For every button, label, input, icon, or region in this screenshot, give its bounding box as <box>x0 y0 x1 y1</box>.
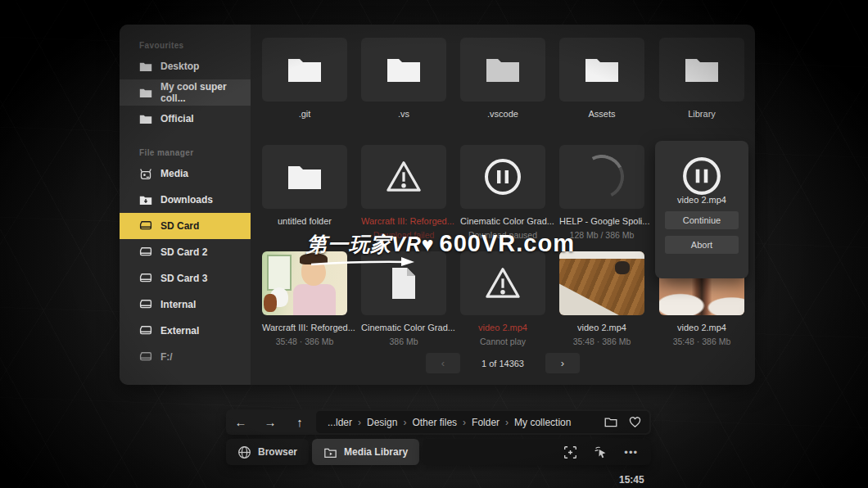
sidebar-item-media[interactable]: Media <box>120 160 251 187</box>
navigation-bar: ← → ↑ ...lder › Design › Other files › F… <box>226 409 651 435</box>
breadcrumb: ...lder › Design › Other files › Folder … <box>316 411 649 433</box>
document-icon <box>389 266 418 300</box>
file-tile-warcraft-failed[interactable]: Warcraft III: Reforged... Download faile… <box>361 145 446 240</box>
breadcrumb-segment[interactable]: Folder <box>472 417 500 428</box>
recenter-button[interactable] <box>563 445 577 459</box>
arrow-left-icon: ← <box>235 415 247 429</box>
chevron-left-icon: ‹ <box>441 357 445 369</box>
breadcrumb-separator: › <box>505 417 509 428</box>
more-options-button[interactable]: ••• <box>624 447 638 458</box>
breadcrumb-segment[interactable]: Design <box>367 417 397 428</box>
prev-page-button[interactable]: ‹ <box>426 353 460 373</box>
pause-icon <box>681 156 722 197</box>
warning-icon <box>484 266 522 300</box>
pause-icon <box>483 157 522 197</box>
pagination: ‹ 1 of 14363 › <box>251 353 755 373</box>
pointer-icon <box>594 445 608 459</box>
heart-icon <box>629 417 641 428</box>
sidebar-item-my-cool-super-collection[interactable]: My cool super coll... <box>120 79 251 106</box>
folder-icon <box>584 56 620 84</box>
vr-screen: Favourites Desktop My cool super coll...… <box>0 0 868 488</box>
breadcrumb-segment[interactable]: ...lder <box>328 417 352 428</box>
folder-outline-icon <box>604 417 617 427</box>
drive-icon <box>139 351 152 363</box>
thumbnail-wood-floor <box>559 251 644 315</box>
favourite-button[interactable] <box>629 417 641 428</box>
file-tile-git[interactable]: .git <box>262 38 347 119</box>
sidebar: Favourites Desktop My cool super coll...… <box>120 25 251 385</box>
media-library-icon <box>323 446 337 459</box>
sidebar-item-external[interactable]: External <box>120 318 251 344</box>
arrow-up-icon: ↑ <box>296 415 303 429</box>
back-button[interactable]: ← <box>226 415 255 429</box>
breadcrumb-separator: › <box>463 417 466 428</box>
sidebar-item-sd-card[interactable]: SD Card <box>120 213 251 239</box>
folder-icon <box>139 114 152 124</box>
tab-bar-actions: ••• <box>423 439 651 465</box>
breadcrumb-segment[interactable]: Other files <box>412 417 457 428</box>
chevron-right-icon: › <box>561 357 564 369</box>
sidebar-item-f-drive[interactable]: F:/ <box>120 344 251 370</box>
thumbnail-cartoon <box>262 251 347 315</box>
drive-icon <box>139 220 152 232</box>
arrow-right-icon: → <box>264 415 277 429</box>
drive-icon <box>139 273 152 284</box>
forward-button[interactable]: → <box>255 415 285 429</box>
drive-icon <box>139 246 152 258</box>
file-tile-cinematic-file[interactable]: Cinematic Color Grad... 386 Mb <box>361 251 446 346</box>
folder-icon <box>684 56 720 84</box>
drive-icon <box>139 299 152 310</box>
breadcrumb-segment[interactable]: My collection <box>514 417 571 428</box>
file-tile-help-downloading[interactable]: HELP - Google Spoli... 128 Mb / 386 Mb <box>559 145 644 240</box>
downloads-folder-icon <box>139 195 152 206</box>
file-tile-assets[interactable]: Assets <box>559 38 644 119</box>
file-tile-warcraft-video[interactable]: Warcraft III: Reforged... 35:48 · 386 Mb <box>262 251 347 346</box>
new-folder-button[interactable] <box>604 417 617 427</box>
up-button[interactable]: ↑ <box>285 415 314 429</box>
pointer-button[interactable] <box>594 445 608 459</box>
abort-button[interactable]: Abort <box>665 236 739 254</box>
loading-spinner-icon <box>574 149 630 205</box>
folder-icon <box>139 61 152 72</box>
page-indicator: 1 of 14363 <box>481 359 524 368</box>
breadcrumb-separator: › <box>403 417 406 428</box>
folder-icon <box>287 163 323 191</box>
breadcrumb-separator: › <box>358 417 361 428</box>
sidebar-item-sd-card-2[interactable]: SD Card 2 <box>120 239 251 265</box>
drive-icon <box>139 325 152 337</box>
sidebar-item-internal[interactable]: Internal <box>120 291 251 318</box>
tab-browser[interactable]: Browser <box>226 439 309 465</box>
sidebar-section-file-manager: File manager <box>139 148 251 157</box>
file-manager-panel: Favourites Desktop My cool super coll...… <box>120 25 755 385</box>
tab-media-library[interactable]: Media Library <box>312 439 419 465</box>
next-page-button[interactable]: › <box>545 353 580 373</box>
clock: 15:45 <box>619 474 644 486</box>
sidebar-item-downloads[interactable]: Downloads <box>120 187 251 213</box>
file-tile-library[interactable]: Library <box>659 38 744 119</box>
sidebar-item-desktop[interactable]: Desktop <box>120 53 251 79</box>
file-tile-vs[interactable]: .vs <box>361 38 446 119</box>
file-tile-video2-wood[interactable]: video 2.mp4 35:48 · 386 Mb <box>559 251 644 346</box>
sidebar-item-official[interactable]: Official <box>120 106 251 132</box>
file-tile-video2-cannot-play[interactable]: video 2.mp4 Cannot play <box>460 251 545 346</box>
file-tile-untitled-folder[interactable]: untitled folder <box>262 145 347 226</box>
recenter-icon <box>563 445 577 459</box>
file-tile-cinematic-paused[interactable]: Cinematic Color Grad... Download paused <box>460 145 545 240</box>
download-popup: video 2.mp4 Continiue Abort <box>655 141 748 278</box>
folder-icon <box>287 56 323 84</box>
sidebar-section-favourites: Favourites <box>139 41 251 50</box>
globe-icon <box>237 445 251 459</box>
folder-icon <box>485 56 521 84</box>
tab-bar: Browser Media Library ••• <box>226 439 651 465</box>
sidebar-item-sd-card-3[interactable]: SD Card 3 <box>120 265 251 291</box>
folder-icon <box>386 56 422 84</box>
file-tile-vscode[interactable]: .vscode <box>460 38 545 119</box>
warning-icon <box>385 160 423 194</box>
folder-icon <box>139 88 152 98</box>
continue-button[interactable]: Continiue <box>665 211 739 229</box>
robot-media-icon <box>139 168 152 180</box>
